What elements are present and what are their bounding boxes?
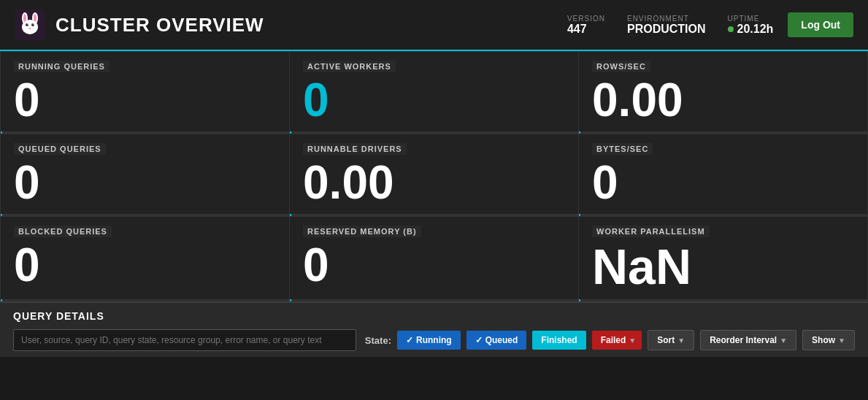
- uptime-label: UPTIME: [728, 15, 760, 23]
- page-title: CLUSTER OVERVIEW: [55, 14, 567, 36]
- metric-bar-active-workers: [290, 131, 578, 134]
- uptime-status-dot: [728, 26, 734, 32]
- metric-bar-worker-parallelism: [579, 299, 867, 301]
- svg-point-9: [33, 23, 34, 25]
- metric-cell-queued-queries: QUEUED QUERIES0: [1, 134, 290, 217]
- logo-icon: [15, 9, 45, 40]
- metric-bar-reserved-memory: [290, 299, 578, 301]
- metric-label-rows-sec: ROWS/SEC: [592, 61, 650, 72]
- svg-point-5: [22, 20, 38, 34]
- reorder-interval-button[interactable]: Reorder Interval ▼: [700, 330, 796, 350]
- version-label: VERSION: [567, 15, 605, 23]
- environment-value: PRODUCTION: [627, 23, 706, 36]
- metric-bar-runnable-drivers: [290, 214, 578, 216]
- metric-value-rows-sec: 0.00: [592, 77, 854, 129]
- finished-label: Finished: [541, 335, 577, 345]
- svg-point-10: [29, 28, 31, 29]
- sort-caret-icon: ▼: [677, 336, 685, 345]
- queued-check-icon: ✓: [475, 335, 483, 345]
- running-label: Running: [416, 335, 452, 345]
- metric-bar-running-queries: [1, 131, 289, 134]
- queued-label: Queued: [485, 335, 518, 345]
- metric-bar-blocked-queries: [1, 299, 289, 301]
- reorder-caret-icon: ▼: [780, 336, 787, 345]
- version-value: 447: [567, 23, 587, 36]
- metric-value-runnable-drivers: 0.00: [303, 159, 565, 212]
- show-label: Show: [812, 335, 835, 345]
- app-header: CLUSTER OVERVIEW VERSION 447 ENVIRONMENT…: [0, 0, 868, 51]
- show-caret-icon: ▼: [838, 336, 845, 345]
- metric-label-reserved-memory: RESERVED MEMORY (B): [303, 226, 421, 237]
- query-details-section: QUERY DETAILS State: ✓ Running ✓ Queued …: [0, 302, 868, 357]
- failed-filter-button[interactable]: Failed ▼: [592, 331, 642, 350]
- metric-value-bytes-sec: 0: [592, 159, 854, 212]
- show-button[interactable]: Show ▼: [802, 330, 855, 350]
- query-details-controls: State: ✓ Running ✓ Queued Finished Faile…: [13, 329, 855, 351]
- metric-cell-worker-parallelism: WORKER PARALLELISMNaN: [579, 217, 868, 302]
- metric-bar-rows-sec: [579, 131, 867, 134]
- metric-cell-active-workers: ACTIVE WORKERS0: [290, 52, 579, 134]
- metric-cell-blocked-queries: BLOCKED QUERIES0: [1, 217, 290, 302]
- state-label: State:: [365, 335, 391, 346]
- metric-cell-bytes-sec: BYTES/SEC0: [579, 134, 868, 217]
- metric-value-running-queries: 0: [14, 77, 276, 129]
- metric-bar-bytes-sec: [579, 214, 867, 216]
- logout-button[interactable]: Log Out: [788, 12, 853, 37]
- query-search-input[interactable]: [13, 329, 356, 351]
- uptime-meta: UPTIME 20.12h: [728, 15, 774, 36]
- metrics-grid: RUNNING QUERIES0ACTIVE WORKERS0ROWS/SEC0…: [0, 51, 868, 302]
- metric-label-blocked-queries: BLOCKED QUERIES: [14, 226, 112, 237]
- failed-label: Failed: [601, 335, 626, 345]
- metric-value-reserved-memory: 0: [303, 242, 565, 294]
- metric-label-worker-parallelism: WORKER PARALLELISM: [592, 226, 710, 237]
- svg-point-8: [27, 23, 28, 25]
- metric-value-worker-parallelism: NaN: [592, 242, 854, 297]
- metric-cell-reserved-memory: RESERVED MEMORY (B)0: [290, 217, 579, 302]
- metric-bar-queued-queries: [1, 214, 289, 216]
- sort-label: Sort: [657, 335, 675, 345]
- reorder-interval-label: Reorder Interval: [710, 335, 777, 345]
- query-details-title: QUERY DETAILS: [13, 310, 855, 322]
- metric-cell-runnable-drivers: RUNNABLE DRIVERS0.00: [290, 134, 579, 217]
- metric-label-queued-queries: QUEUED QUERIES: [14, 143, 106, 155]
- sort-button[interactable]: Sort ▼: [648, 330, 694, 350]
- running-check-icon: ✓: [406, 335, 413, 345]
- metric-label-bytes-sec: BYTES/SEC: [592, 143, 653, 155]
- running-filter-button[interactable]: ✓ Running: [397, 331, 461, 350]
- header-meta: VERSION 447 ENVIRONMENT PRODUCTION UPTIM…: [567, 15, 773, 36]
- uptime-value: 20.12h: [728, 23, 774, 36]
- environment-label: ENVIRONMENT: [627, 15, 689, 23]
- version-meta: VERSION 447: [567, 15, 605, 36]
- queued-filter-button[interactable]: ✓ Queued: [466, 331, 527, 350]
- uptime-text: 20.12h: [737, 23, 774, 36]
- failed-caret-icon: ▼: [629, 336, 636, 345]
- metric-value-active-workers: 0: [303, 77, 565, 129]
- metric-label-active-workers: ACTIVE WORKERS: [303, 61, 396, 72]
- metric-label-running-queries: RUNNING QUERIES: [14, 61, 110, 72]
- metric-cell-rows-sec: ROWS/SEC0.00: [579, 52, 868, 134]
- metric-label-runnable-drivers: RUNNABLE DRIVERS: [303, 143, 407, 155]
- finished-filter-button[interactable]: Finished: [532, 331, 585, 350]
- environment-meta: ENVIRONMENT PRODUCTION: [627, 15, 706, 36]
- metric-value-queued-queries: 0: [14, 159, 276, 212]
- metric-value-blocked-queries: 0: [14, 242, 276, 294]
- metric-cell-running-queries: RUNNING QUERIES0: [1, 52, 290, 134]
